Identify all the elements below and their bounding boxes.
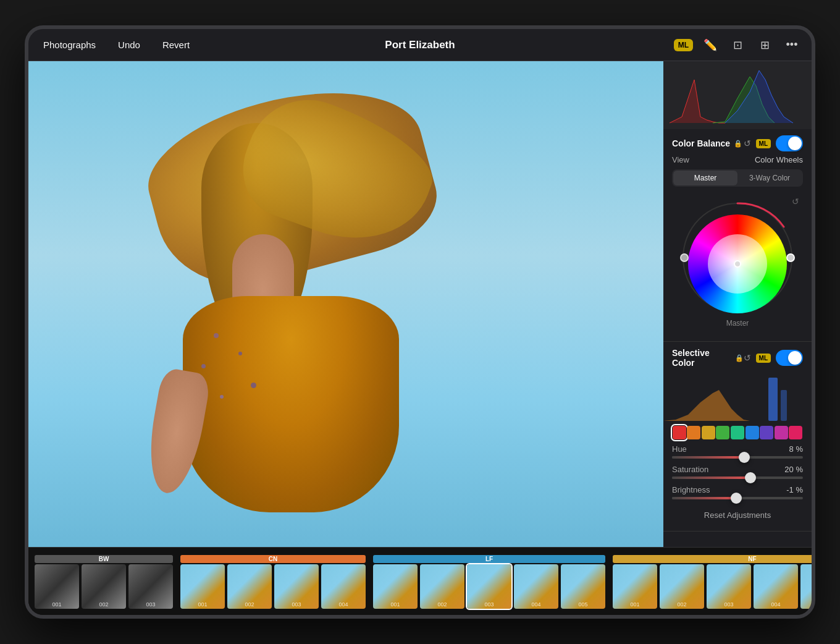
grid-icon[interactable]: ⊞ [755,35,775,55]
brightness-label: Brightness [672,485,710,494]
film-num: 004 [321,601,366,608]
brightness-track[interactable] [672,497,803,499]
film-item[interactable]: 002 [420,564,464,609]
saturation-slider-header: Saturation 20 % [672,465,803,474]
film-item[interactable]: 002 [227,564,272,609]
more-icon[interactable]: ••• [782,35,802,55]
film-num: 001 [373,601,418,608]
hue-slider-row: Hue 8 % [672,444,803,459]
saturation-track[interactable] [672,477,803,479]
film-item[interactable]: 002 [660,564,704,609]
saturation-fill [672,477,750,479]
film-item[interactable]: 003 [707,564,751,609]
tab-master[interactable]: Master [673,171,737,185]
photo-area [28,61,663,547]
film-group-bw: BW 001 002 003 [35,555,173,609]
photo-title: Port Elizabeth [385,39,455,51]
crop-icon[interactable]: ⊡ [728,35,747,55]
film-group-nf: NF 001 002 003 004 005 006 [613,555,812,609]
brightness-thumb[interactable] [731,493,742,504]
selective-color-section: Selective Color 🔒 ↺ ML [663,342,812,532]
pencil-icon[interactable]: ✏️ [700,35,720,55]
film-item[interactable]: 005 [800,564,812,609]
scroll-indicator-container [28,616,812,619]
bw-label: BW [35,555,173,563]
film-num: 002 [82,601,126,608]
view-label: View [672,155,689,164]
color-wheel[interactable] [688,214,787,313]
film-item-selected[interactable]: 003 [467,564,511,609]
tab-3way[interactable]: 3-Way Color [737,171,802,185]
selective-color-controls: ↺ ML [744,350,803,366]
svg-rect-2 [768,378,778,421]
film-num: 004 [754,601,798,608]
color-wheel-container: ↺ Mast [672,193,803,335]
filmstrip-scroll-indicator [383,618,457,619]
main-content: Color Balance 🔒 ↺ ML View Color Wheels M… [28,61,812,547]
histogram [663,61,812,129]
saturation-value: 20 % [784,465,803,474]
photographs-button[interactable]: Photographs [38,37,101,53]
brightness-value: -1 % [786,485,803,494]
film-item[interactable]: 002 [82,564,126,609]
wheel-left-handle[interactable] [680,253,689,262]
lf-label: LF [373,555,605,563]
film-item[interactable]: 004 [754,564,798,609]
swatch-teal[interactable] [731,426,744,439]
tab-row: Master 3-Way Color [672,169,803,187]
revert-button[interactable]: Revert [158,37,195,53]
swatch-yellow[interactable] [702,426,715,439]
color-wheel-wrapper [679,199,796,316]
bw-items: 001 002 003 [35,564,173,609]
film-num: 002 [660,601,704,608]
undo-button[interactable]: Undo [113,37,145,53]
color-balance-header: Color Balance 🔒 ↺ ML [672,135,803,151]
right-panel: Color Balance 🔒 ↺ ML View Color Wheels M… [663,61,812,547]
saturation-label: Saturation [672,465,708,474]
film-num: 001 [613,601,657,608]
title-bar: Photographs Undo Revert Port Elizabeth M… [28,29,812,61]
swatch-magenta[interactable] [775,426,788,439]
title-bar-right: ML ✏️ ⊡ ⊞ ••• [674,35,802,55]
color-balance-section: Color Balance 🔒 ↺ ML View Color Wheels M… [663,129,812,342]
film-num: 005 [561,601,605,608]
hue-thumb[interactable] [739,452,750,463]
film-item[interactable]: 001 [35,564,79,609]
reset-adjustments-button[interactable]: Reset Adjustments [672,506,803,525]
hue-track[interactable] [672,456,803,459]
swatch-blue[interactable] [746,426,759,439]
swatch-green[interactable] [716,426,729,439]
wheel-label: Master [726,319,749,328]
ml-badge[interactable]: ML [674,39,693,51]
filmstrip[interactable]: BW 001 002 003 CN 001 002 003 004 LF [28,548,812,616]
hue-label: Hue [672,444,687,454]
film-item[interactable]: 005 [561,564,605,609]
film-item[interactable]: 001 [613,564,657,609]
color-balance-reset-icon[interactable]: ↺ [744,138,751,148]
film-item[interactable]: 004 [321,564,366,609]
film-item[interactable]: 004 [514,564,558,609]
hue-fill [672,456,744,459]
swatch-purple[interactable] [760,426,773,439]
film-num: 005 [800,601,812,608]
swatch-red[interactable] [673,426,686,439]
color-balance-ml-badge[interactable]: ML [756,139,771,148]
wheel-right-handle[interactable] [786,253,795,262]
brightness-slider-row: Brightness -1 % [672,485,803,499]
film-item[interactable]: 001 [373,564,418,609]
selective-color-title: Selective Color 🔒 [672,348,744,368]
film-num: 001 [180,601,225,608]
selective-color-toggle[interactable] [776,350,803,366]
cn-label: CN [180,555,366,563]
color-balance-toggle[interactable] [776,135,803,151]
view-row: View Color Wheels [672,155,803,164]
film-item[interactable]: 003 [128,564,173,609]
film-item[interactable]: 001 [180,564,225,609]
selective-color-reset-icon[interactable]: ↺ [744,353,751,363]
wheel-center-handle[interactable] [734,260,741,268]
swatch-orange[interactable] [687,426,700,439]
saturation-thumb[interactable] [745,472,756,483]
film-item[interactable]: 003 [274,564,319,609]
selective-color-ml-badge[interactable]: ML [756,354,771,363]
swatch-pink[interactable] [789,426,802,439]
